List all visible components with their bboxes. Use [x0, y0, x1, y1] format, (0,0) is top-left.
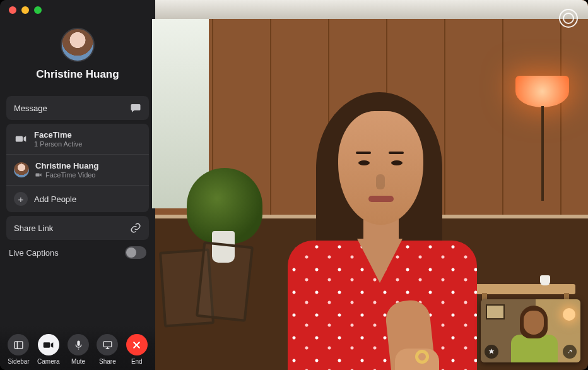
remote-participant-video: [262, 67, 496, 370]
participant-name: Christine Huang: [35, 161, 141, 170]
link-icon: [130, 222, 141, 234]
live-captions-row: Live Captions: [9, 246, 146, 259]
facetime-window: Christine Huang Message FaceTime 1 Perso…: [0, 0, 588, 370]
sidebar-button-label: Sidebar: [8, 358, 29, 365]
camera-button-label: Camera: [37, 358, 60, 365]
message-button[interactable]: Message: [6, 96, 149, 120]
mute-button[interactable]: Mute: [68, 334, 89, 365]
end-call-button[interactable]: End: [126, 334, 148, 365]
self-video: [506, 302, 563, 362]
contact-name: Christine Huang: [36, 68, 119, 81]
call-sidebar: Christine Huang Message FaceTime 1 Perso…: [0, 0, 155, 370]
add-people-button[interactable]: + Add People: [6, 185, 149, 212]
window-controls: [9, 6, 42, 14]
mute-button-label: Mute: [71, 358, 85, 365]
share-link-label: Share Link: [14, 224, 130, 233]
video-small-icon: [35, 172, 43, 178]
live-photo-button[interactable]: [559, 9, 578, 28]
participant-mode: FaceTime Video: [45, 171, 95, 179]
plus-icon: +: [14, 192, 28, 206]
close-icon: [126, 334, 148, 355]
fullscreen-window-button[interactable]: [34, 6, 42, 14]
pip-expand-button[interactable]: [563, 345, 577, 359]
participants-panel: FaceTime 1 Person Active Christine Huang…: [6, 124, 149, 212]
participant-avatar: [14, 162, 29, 177]
share-link-panel: Share Link: [6, 216, 149, 240]
share-screen-button[interactable]: Share: [97, 334, 118, 365]
self-view-pip[interactable]: [481, 299, 580, 362]
pip-effects-button[interactable]: [485, 345, 498, 359]
camera-icon: [38, 334, 59, 355]
minimize-window-button[interactable]: [21, 6, 29, 14]
screen-share-icon: [97, 334, 118, 355]
share-link-button[interactable]: Share Link: [6, 216, 149, 240]
close-window-button[interactable]: [9, 6, 16, 14]
call-status: 1 Person Active: [34, 140, 141, 148]
microphone-icon: [68, 334, 89, 355]
call-service-name: FaceTime: [34, 130, 141, 140]
contact-avatar[interactable]: [61, 28, 95, 62]
camera-button[interactable]: Camera: [37, 334, 60, 365]
svg-rect-0: [15, 341, 23, 348]
video-icon: [14, 132, 28, 146]
message-label: Message: [14, 104, 130, 113]
remote-video[interactable]: [155, 0, 588, 370]
call-toolbar: Sidebar Camera Mute Share: [0, 326, 155, 370]
call-service-row[interactable]: FaceTime 1 Person Active: [6, 124, 149, 154]
sidebar-icon: [8, 334, 29, 355]
message-icon: [130, 102, 141, 114]
share-button-label: Share: [99, 358, 116, 365]
participant-row[interactable]: Christine Huang FaceTime Video: [6, 154, 149, 185]
add-people-label: Add People: [34, 194, 141, 204]
end-button-label: End: [131, 358, 143, 365]
live-captions-toggle[interactable]: [125, 246, 146, 259]
message-panel: Message: [6, 96, 149, 120]
sidebar-toggle-button[interactable]: Sidebar: [8, 334, 29, 365]
live-captions-label: Live Captions: [9, 248, 125, 258]
svg-rect-2: [103, 341, 112, 347]
